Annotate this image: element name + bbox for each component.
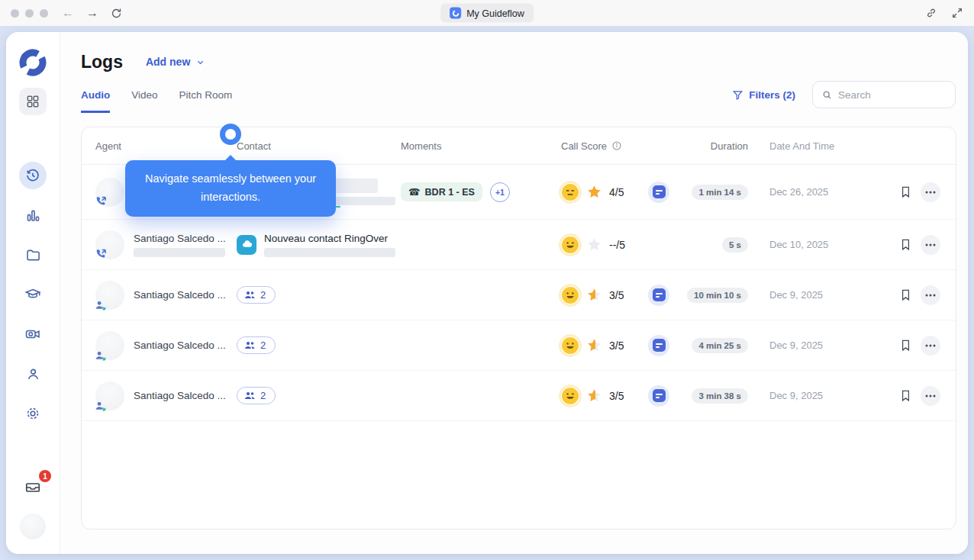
expand-icon[interactable] — [951, 7, 963, 19]
avatar — [95, 331, 124, 360]
transcript-button[interactable] — [648, 385, 669, 407]
call-score-value: 4/5 — [609, 186, 624, 198]
col-date-time: Date And Time — [769, 140, 834, 152]
people-icon — [244, 391, 256, 401]
outgoing-call-icon — [94, 247, 108, 262]
row-menu-button[interactable] — [921, 235, 940, 255]
tab-bar: Audio Video Pitch Room — [81, 81, 232, 113]
transcript-icon — [653, 389, 666, 402]
tab-video[interactable]: Video — [131, 89, 157, 113]
refresh-button[interactable] — [111, 8, 122, 19]
search-icon — [822, 89, 832, 101]
sidebar-item-library[interactable] — [19, 241, 47, 269]
ellipsis-icon — [925, 394, 936, 397]
app-logo-icon[interactable] — [18, 48, 47, 77]
transcript-button[interactable] — [648, 285, 669, 306]
col-agent: Agent — [95, 140, 121, 152]
table-row[interactable]: Santiago Salcedo ... 2 — [82, 320, 956, 371]
date-value: Dec 9, 2025 — [769, 289, 876, 301]
contact-count-badge[interactable]: 2 — [237, 286, 276, 304]
call-score-value: 3/5 — [609, 289, 624, 301]
star-icon — [586, 388, 602, 404]
transcript-button[interactable] — [648, 335, 669, 356]
traffic-lights[interactable] — [11, 9, 48, 18]
bookmark-button[interactable] — [899, 389, 912, 402]
browser-tab[interactable]: My Guideflow — [440, 4, 534, 23]
date-value: Dec 9, 2025 — [769, 340, 876, 351]
browser-chrome: ← → My Guideflow — [0, 0, 974, 26]
sidebar-item-recordings[interactable] — [19, 320, 47, 348]
sentiment-happy-icon — [561, 236, 579, 254]
table-header: Agent Contact Moments Call Score Duratio… — [82, 127, 956, 165]
duration-badge: 3 min 38 s — [692, 388, 748, 404]
phone-icon: ☎ — [408, 186, 421, 198]
person-call-icon — [94, 349, 107, 362]
moment-badge[interactable]: ☎ BDR 1 - ES — [401, 182, 482, 201]
bookmark-icon — [899, 185, 912, 198]
date-value: Dec 9, 2025 — [769, 390, 876, 401]
gear-icon — [24, 405, 41, 422]
more-moments-badge[interactable]: +1 — [490, 182, 510, 202]
row-menu-button[interactable] — [921, 386, 940, 406]
sidebar-item-settings[interactable] — [19, 400, 47, 427]
duration-badge: 1 min 14 s — [692, 185, 748, 200]
table-row[interactable]: Santiago Salcedo ... 2 — [82, 270, 956, 320]
tab-pitch-room[interactable]: Pitch Room — [179, 89, 233, 113]
sidebar-item-dashboard[interactable] — [19, 88, 47, 115]
transcript-icon — [653, 339, 666, 352]
copy-link-icon[interactable] — [925, 7, 937, 19]
back-button[interactable]: ← — [62, 6, 74, 20]
call-score-value: 3/5 — [609, 390, 624, 402]
user-avatar[interactable] — [20, 513, 46, 539]
bookmark-icon — [899, 288, 912, 301]
row-menu-button[interactable] — [921, 285, 940, 305]
duration-badge: 4 min 25 s — [692, 338, 748, 353]
star-icon — [586, 337, 602, 353]
app-window: 1 Logs Add new Audio Video Pitch Room — [6, 32, 968, 554]
sidebar-item-academy[interactable] — [19, 281, 47, 308]
add-new-button[interactable]: Add new — [146, 56, 205, 68]
sidebar-item-history[interactable] — [19, 162, 47, 189]
bookmark-button[interactable] — [899, 339, 912, 352]
refresh-icon — [111, 8, 122, 19]
contact-count-badge[interactable]: 2 — [237, 387, 276, 404]
transcript-icon — [653, 185, 666, 198]
sentiment-happy-icon — [561, 336, 579, 355]
tour-hotspot[interactable] — [220, 124, 241, 145]
inbox-button[interactable]: 1 — [19, 474, 47, 501]
sidebar-item-contacts[interactable] — [19, 360, 47, 388]
search-box[interactable] — [812, 81, 956, 108]
forward-button[interactable]: → — [86, 6, 98, 20]
bookmark-icon — [899, 339, 912, 352]
sidebar: 1 — [6, 32, 60, 554]
star-icon — [586, 287, 602, 303]
call-score-value: --/5 — [609, 239, 625, 251]
call-score-value: 3/5 — [609, 340, 624, 352]
tab-audio[interactable]: Audio — [81, 89, 110, 113]
inbox-badge: 1 — [39, 470, 51, 482]
contact-count-badge[interactable]: 2 — [237, 336, 276, 354]
bookmark-button[interactable] — [899, 238, 912, 251]
col-moments: Moments — [401, 140, 441, 152]
chevron-down-icon — [196, 58, 205, 66]
ringover-contact-icon — [237, 235, 256, 255]
table-row[interactable]: Santiago Salcedo ... Nouveau contact Rin… — [82, 220, 956, 270]
bar-chart-icon — [25, 208, 41, 224]
row-menu-button[interactable] — [921, 182, 940, 202]
search-input[interactable] — [838, 89, 946, 101]
table-row[interactable]: Santiago Salcedo ... 2 — [82, 371, 956, 421]
bookmark-button[interactable] — [899, 288, 912, 301]
sidebar-item-analytics[interactable] — [19, 201, 47, 229]
transcript-button[interactable] — [648, 182, 669, 203]
avatar — [95, 381, 124, 410]
person-call-icon — [94, 400, 107, 413]
info-icon[interactable] — [611, 140, 622, 151]
outgoing-call-icon — [94, 195, 108, 209]
row-menu-button[interactable] — [921, 336, 940, 356]
redacted-contact-detail — [264, 248, 395, 257]
bookmark-button[interactable] — [899, 185, 912, 198]
ellipsis-icon — [925, 344, 936, 347]
video-camera-icon — [24, 326, 41, 343]
date-value: Dec 10, 2025 — [769, 239, 876, 250]
filters-button[interactable]: Filters (2) — [732, 89, 795, 101]
